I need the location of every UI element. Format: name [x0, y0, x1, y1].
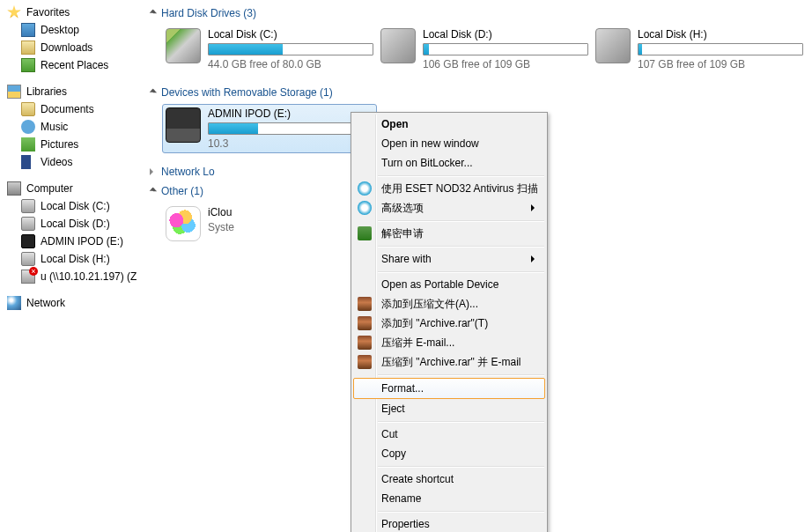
- icloud-photos-icon: [166, 206, 201, 241]
- context-item-portable-device[interactable]: Open as Portable Device: [353, 275, 545, 294]
- music-icon: [21, 120, 35, 134]
- context-item-open[interactable]: Open: [353, 115, 545, 134]
- drive-c[interactable]: Local Disk (C:) 44.0 GB free of 80.0 GB: [162, 25, 377, 74]
- other-item-icloud[interactable]: iClou Syste: [162, 203, 377, 245]
- drive-free-text: 44.0 GB free of 80.0 GB: [208, 58, 373, 70]
- context-item-rename[interactable]: Rename: [353, 489, 545, 508]
- context-item-cut[interactable]: Cut: [353, 425, 545, 444]
- drive-d[interactable]: Local Disk (D:) 106 GB free of 109 GB: [377, 25, 592, 74]
- menu-label: Open: [381, 118, 409, 130]
- libraries-group: Libraries Documents Music Pictures Video…: [0, 83, 137, 171]
- expand-arrow-icon: [148, 168, 156, 176]
- network-icon: [7, 296, 21, 310]
- sidebar-item-disk-c[interactable]: Local Disk (C:): [0, 197, 137, 215]
- sidebar-item-label: Pictures: [41, 138, 78, 151]
- context-item-create-shortcut[interactable]: Create shortcut: [353, 469, 545, 489]
- capacity-fill: [209, 123, 258, 134]
- context-item-properties[interactable]: Properties: [353, 514, 545, 532]
- context-item-rar-add[interactable]: 添加到压缩文件(A)...: [353, 294, 545, 314]
- sidebar-item-videos[interactable]: Videos: [0, 153, 137, 171]
- desktop-icon: [21, 23, 35, 37]
- favorites-header[interactable]: Favorites: [0, 4, 137, 21]
- sidebar-item-label: ADMIN IPOD (E:): [41, 235, 123, 248]
- menu-label: 使用 ESET NOD32 Antivirus 扫描: [381, 181, 538, 196]
- context-item-rar-archive-email[interactable]: 压缩到 "Archive.rar" 并 E-mail: [353, 352, 545, 372]
- capacity-fill: [209, 44, 283, 55]
- context-item-eject[interactable]: Eject: [353, 399, 545, 418]
- drive-free-text: 107 GB free of 109 GB: [638, 58, 803, 70]
- network-header[interactable]: Network: [0, 294, 137, 312]
- context-item-copy[interactable]: Copy: [353, 444, 545, 463]
- sidebar-item-desktop[interactable]: Desktop: [0, 21, 137, 39]
- menu-label: Create shortcut: [381, 473, 454, 485]
- menu-label: Open as Portable Device: [381, 278, 498, 291]
- menu-separator: [378, 421, 544, 422]
- section-title: Network Lo: [161, 166, 215, 178]
- section-title: Devices with Removable Storage (1): [161, 86, 333, 99]
- sidebar-item-documents[interactable]: Documents: [0, 100, 137, 118]
- recent-icon: [21, 58, 35, 72]
- capacity-bar: [208, 122, 373, 135]
- context-item-open-new-window[interactable]: Open in new window: [353, 134, 545, 153]
- context-item-advanced-options[interactable]: 高级选项: [353, 198, 545, 218]
- winrar-icon: [358, 336, 372, 350]
- disk-icon: [21, 252, 35, 266]
- section-hdd-header[interactable]: Hard Disk Drives (3): [141, 4, 812, 23]
- sidebar-item-disk-h[interactable]: Local Disk (H:): [0, 250, 137, 268]
- libraries-header[interactable]: Libraries: [0, 83, 137, 100]
- navigation-pane: Favorites Desktop Downloads Recent Place…: [0, 0, 137, 532]
- drive-h[interactable]: Local Disk (H:) 107 GB free of 109 GB: [592, 25, 807, 74]
- sidebar-item-label: Music: [41, 121, 68, 133]
- menu-label: Format...: [381, 382, 424, 395]
- sidebar-item-pictures[interactable]: Pictures: [0, 136, 137, 153]
- capacity-bar: [638, 43, 803, 55]
- context-item-rar-add-to[interactable]: 添加到 "Archive.rar"(T): [353, 314, 545, 333]
- drive-name: Local Disk (C:): [208, 28, 373, 41]
- section-removable-header[interactable]: Devices with Removable Storage (1): [141, 83, 812, 102]
- sidebar-item-disk-d[interactable]: Local Disk (D:): [0, 215, 137, 233]
- network-label: Network: [26, 297, 65, 309]
- videos-icon: [21, 155, 35, 169]
- computer-header[interactable]: Computer: [0, 180, 137, 197]
- menu-separator: [378, 374, 544, 375]
- sidebar-item-label: Local Disk (C:): [41, 200, 110, 212]
- libraries-label: Libraries: [26, 85, 67, 98]
- sidebar-item-label: u (\\10.10.21.197) (Z: [41, 270, 137, 283]
- sidebar-item-music[interactable]: Music: [0, 118, 137, 136]
- favorites-label: Favorites: [26, 6, 70, 18]
- sidebar-item-ipod[interactable]: ADMIN IPOD (E:): [0, 233, 137, 250]
- context-item-decrypt[interactable]: 解密申请: [353, 224, 545, 243]
- sidebar-item-network-drive[interactable]: u (\\10.10.21.197) (Z: [0, 268, 137, 285]
- drive-info: Local Disk (H:) 107 GB free of 109 GB: [638, 28, 803, 70]
- ipod-device-icon: [166, 107, 201, 143]
- context-item-bitlocker[interactable]: Turn on BitLocker...: [353, 153, 545, 173]
- collapse-arrow-icon: [148, 89, 156, 97]
- context-item-rar-email[interactable]: 压缩并 E-mail...: [353, 333, 545, 352]
- sidebar-item-recent[interactable]: Recent Places: [0, 56, 137, 74]
- context-item-eset-scan[interactable]: 使用 ESET NOD32 Antivirus 扫描: [353, 179, 545, 198]
- menu-label: 压缩到 "Archive.rar" 并 E-mail: [381, 355, 521, 370]
- hard-drive-icon: [380, 28, 416, 63]
- context-item-share-with[interactable]: Share with: [353, 249, 545, 269]
- sidebar-item-label: Recent Places: [41, 59, 108, 71]
- winrar-icon: [358, 297, 372, 311]
- section-title: Other (1): [161, 185, 203, 197]
- drive-name: Local Disk (H:): [638, 28, 803, 41]
- drive-ipod[interactable]: ADMIN IPOD (E:) 10.3: [162, 104, 377, 153]
- menu-label: Share with: [381, 253, 432, 265]
- menu-label: Properties: [381, 518, 430, 530]
- hard-drive-icon: [166, 28, 201, 63]
- content-pane: Hard Disk Drives (3) Local Disk (C:) 44.…: [137, 0, 812, 532]
- menu-label: Rename: [381, 492, 421, 505]
- star-icon: [7, 5, 21, 19]
- hard-drive-icon: [595, 28, 631, 63]
- submenu-arrow-icon: [531, 204, 538, 211]
- menu-label: 解密申请: [381, 226, 424, 241]
- menu-label: Turn on BitLocker...: [381, 157, 473, 169]
- disk-icon: [21, 217, 35, 231]
- context-item-format[interactable]: Format...: [353, 378, 545, 399]
- sidebar-item-label: Documents: [41, 103, 94, 115]
- sidebar-item-downloads[interactable]: Downloads: [0, 39, 137, 56]
- drive-info: iClou Syste: [208, 206, 373, 233]
- menu-separator: [378, 246, 544, 247]
